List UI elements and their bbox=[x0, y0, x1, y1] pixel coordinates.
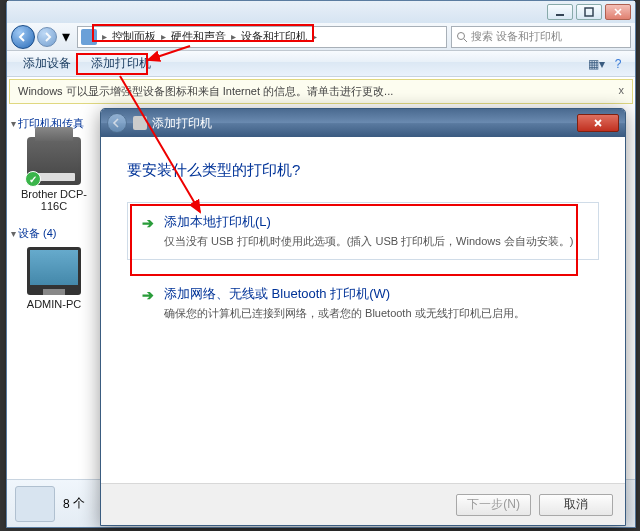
help-icon[interactable]: ? bbox=[609, 55, 627, 73]
window-titlebar bbox=[7, 1, 635, 23]
device-brother-printer[interactable]: Brother DCP-116C bbox=[11, 137, 97, 212]
address-bar: ▾ ▸ 控制面板 ▸ 硬件和声音 ▸ 设备和打印机 ▸ 搜索 设备和打印机 bbox=[7, 23, 635, 51]
option-desc: 仅当没有 USB 打印机时使用此选项。(插入 USB 打印机后，Windows … bbox=[164, 234, 573, 249]
option-desc: 确保您的计算机已连接到网络，或者您的 Bluetooth 或无线打印机已启用。 bbox=[164, 306, 525, 321]
dialog-back-button[interactable] bbox=[107, 113, 127, 133]
nav-forward-button[interactable] bbox=[37, 27, 57, 47]
device-list: ▾ 打印机和传真 Brother DCP-116C ▾ 设备 (4) ADMIN… bbox=[7, 106, 101, 502]
item-count: 8 bbox=[63, 497, 70, 511]
chevron-right-icon: ▸ bbox=[310, 31, 319, 42]
dialog-footer: 下一步(N) 取消 bbox=[101, 483, 625, 525]
maximize-button[interactable] bbox=[576, 4, 602, 20]
search-placeholder: 搜索 设备和打印机 bbox=[471, 29, 562, 44]
option-local-printer[interactable]: ➔ 添加本地打印机(L) 仅当没有 USB 打印机时使用此选项。(插入 USB … bbox=[127, 202, 599, 260]
dialog-heading: 要安装什么类型的打印机? bbox=[127, 161, 599, 180]
next-button[interactable]: 下一步(N) bbox=[456, 494, 531, 516]
nav-history-dropdown[interactable]: ▾ bbox=[59, 27, 73, 46]
nav-back-button[interactable] bbox=[11, 25, 35, 49]
device-label: Brother DCP-116C bbox=[11, 188, 97, 212]
computer-icon bbox=[27, 247, 81, 295]
dialog-body: 要安装什么类型的打印机? ➔ 添加本地打印机(L) 仅当没有 USB 打印机时使… bbox=[101, 137, 625, 362]
item-count-suffix: 个 bbox=[73, 495, 85, 512]
svg-point-2 bbox=[458, 32, 465, 39]
close-button[interactable] bbox=[605, 4, 631, 20]
chevron-right-icon: ▸ bbox=[159, 31, 168, 42]
info-bar-text: Windows 可以显示增强型设备图标和来自 Internet 的信息。请单击进… bbox=[18, 84, 393, 99]
search-input[interactable]: 搜索 设备和打印机 bbox=[451, 26, 631, 48]
breadcrumb-hardware-sound[interactable]: 硬件和声音 bbox=[168, 27, 229, 47]
breadcrumb-control-panel[interactable]: 控制面板 bbox=[109, 27, 159, 47]
svg-line-3 bbox=[464, 39, 467, 42]
view-options-icon[interactable]: ▦▾ bbox=[587, 55, 605, 73]
svg-rect-0 bbox=[556, 14, 564, 16]
status-thumbnail-icon bbox=[15, 486, 55, 522]
breadcrumb-devices-printers[interactable]: 设备和打印机 bbox=[238, 27, 310, 47]
breadcrumb-bar[interactable]: ▸ 控制面板 ▸ 硬件和声音 ▸ 设备和打印机 ▸ bbox=[77, 26, 447, 48]
collapse-icon: ▾ bbox=[11, 228, 16, 239]
info-bar[interactable]: Windows 可以显示增强型设备图标和来自 Internet 的信息。请单击进… bbox=[9, 79, 633, 104]
search-icon bbox=[456, 31, 468, 43]
dialog-title: 添加打印机 bbox=[152, 115, 212, 132]
device-label: ADMIN-PC bbox=[11, 298, 97, 310]
cancel-button[interactable]: 取消 bbox=[539, 494, 613, 516]
device-admin-pc[interactable]: ADMIN-PC bbox=[11, 247, 97, 310]
chevron-right-icon: ▸ bbox=[100, 31, 109, 42]
collapse-icon: ▾ bbox=[11, 118, 16, 129]
default-check-icon bbox=[25, 171, 41, 187]
add-printer-button[interactable]: 添加打印机 bbox=[83, 53, 159, 74]
add-printer-dialog: 添加打印机 要安装什么类型的打印机? ➔ 添加本地打印机(L) 仅当没有 USB… bbox=[100, 108, 626, 526]
chevron-right-icon: ▸ bbox=[229, 31, 238, 42]
control-panel-icon bbox=[81, 29, 97, 45]
dialog-close-button[interactable] bbox=[577, 114, 619, 132]
info-bar-close[interactable]: x bbox=[619, 84, 625, 99]
add-device-button[interactable]: 添加设备 bbox=[15, 53, 79, 74]
command-bar: 添加设备 添加打印机 ▦▾ ? bbox=[7, 51, 635, 77]
option-title: 添加网络、无线或 Bluetooth 打印机(W) bbox=[164, 285, 525, 303]
option-network-printer[interactable]: ➔ 添加网络、无线或 Bluetooth 打印机(W) 确保您的计算机已连接到网… bbox=[127, 274, 599, 332]
arrow-right-icon: ➔ bbox=[142, 287, 154, 303]
printer-small-icon bbox=[133, 116, 147, 130]
arrow-right-icon: ➔ bbox=[142, 215, 154, 231]
minimize-button[interactable] bbox=[547, 4, 573, 20]
option-title: 添加本地打印机(L) bbox=[164, 213, 573, 231]
section-devices[interactable]: ▾ 设备 (4) bbox=[11, 226, 97, 241]
svg-rect-1 bbox=[585, 8, 593, 16]
dialog-titlebar: 添加打印机 bbox=[101, 109, 625, 137]
